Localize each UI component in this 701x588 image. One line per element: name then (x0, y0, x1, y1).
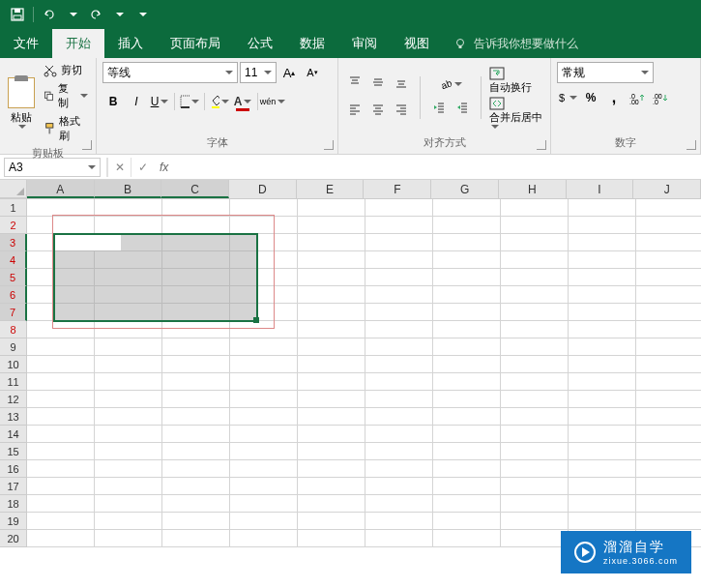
cell-J12[interactable] (636, 391, 701, 408)
cell-A8[interactable] (27, 321, 95, 338)
cell-I12[interactable] (569, 391, 636, 408)
cell-E4[interactable] (298, 251, 365, 269)
cell-B18[interactable] (95, 495, 162, 513)
cell-G14[interactable] (433, 426, 501, 443)
col-header-H[interactable]: H (499, 180, 567, 198)
cell-H4[interactable] (501, 251, 569, 269)
cell-C14[interactable] (162, 426, 230, 443)
row-header-6[interactable]: 6 (0, 286, 27, 304)
cell-E14[interactable] (298, 426, 365, 443)
cell-I5[interactable] (569, 269, 636, 286)
cell-I3[interactable] (569, 234, 636, 251)
cell-A11[interactable] (27, 373, 95, 391)
undo-icon[interactable] (40, 5, 59, 24)
cell-E1[interactable] (298, 199, 365, 217)
cell-B12[interactable] (95, 391, 162, 408)
row-header-10[interactable]: 10 (0, 356, 27, 373)
cell-C12[interactable] (162, 391, 230, 408)
row-header-5[interactable]: 5 (0, 269, 27, 286)
align-right-button[interactable] (391, 99, 412, 120)
redo-icon[interactable] (86, 5, 105, 24)
row-header-4[interactable]: 4 (0, 251, 27, 269)
percent-button[interactable]: % (580, 87, 601, 108)
cell-H7[interactable] (501, 304, 569, 321)
cell-B19[interactable] (95, 513, 162, 530)
col-header-G[interactable]: G (431, 180, 499, 198)
cell-G9[interactable] (433, 338, 501, 356)
paste-button[interactable]: 粘贴 (6, 77, 38, 129)
fill-color-button[interactable] (209, 91, 230, 112)
cell-F19[interactable] (365, 513, 433, 530)
cell-J7[interactable] (636, 304, 701, 321)
cell-D17[interactable] (230, 478, 298, 495)
cell-H8[interactable] (501, 321, 569, 338)
cell-I17[interactable] (569, 478, 636, 495)
cell-H19[interactable] (501, 513, 569, 530)
cell-C13[interactable] (162, 408, 230, 426)
italic-button[interactable]: I (126, 91, 147, 112)
cell-B15[interactable] (95, 443, 162, 460)
cell-F10[interactable] (365, 356, 433, 373)
increase-decimal-button[interactable]: .0.00 (627, 87, 648, 108)
tab-data[interactable]: 数据 (286, 29, 338, 58)
cell-B8[interactable] (95, 321, 162, 338)
cell-G12[interactable] (433, 391, 501, 408)
cell-G13[interactable] (433, 408, 501, 426)
cell-F9[interactable] (365, 338, 433, 356)
select-all-corner[interactable] (0, 180, 27, 198)
cell-D20[interactable] (230, 530, 298, 547)
row-header-16[interactable]: 16 (0, 460, 27, 478)
row-header-18[interactable]: 18 (0, 495, 27, 513)
undo-dropdown-icon[interactable] (63, 5, 82, 24)
cell-D14[interactable] (230, 426, 298, 443)
cell-E2[interactable] (298, 217, 365, 234)
font-launcher-icon[interactable] (324, 140, 334, 150)
cell-A10[interactable] (27, 356, 95, 373)
cell-B2[interactable] (95, 217, 162, 234)
row-header-20[interactable]: 20 (0, 530, 27, 547)
cell-J11[interactable] (636, 373, 701, 391)
cell-H9[interactable] (501, 338, 569, 356)
cell-F18[interactable] (365, 495, 433, 513)
cell-I1[interactable] (569, 199, 636, 217)
cell-B11[interactable] (95, 373, 162, 391)
font-name-select[interactable]: 等线 (102, 62, 238, 83)
tab-view[interactable]: 视图 (391, 29, 443, 58)
row-header-2[interactable]: 2 (0, 217, 27, 234)
cell-J17[interactable] (636, 478, 701, 495)
clipboard-launcher-icon[interactable] (82, 140, 92, 150)
cell-H5[interactable] (501, 269, 569, 286)
cell-F5[interactable] (365, 269, 433, 286)
cell-E8[interactable] (298, 321, 365, 338)
bold-button[interactable]: B (102, 91, 124, 112)
cell-I15[interactable] (569, 443, 636, 460)
cell-G5[interactable] (433, 269, 501, 286)
decrease-font-button[interactable]: A▾ (302, 62, 323, 83)
tab-formula[interactable]: 公式 (234, 29, 286, 58)
cell-H3[interactable] (501, 234, 569, 251)
cell-E7[interactable] (298, 304, 365, 321)
cell-F13[interactable] (365, 408, 433, 426)
tab-home[interactable]: 开始 (52, 29, 104, 58)
cell-H2[interactable] (501, 217, 569, 234)
cell-F20[interactable] (365, 530, 433, 547)
cell-G6[interactable] (433, 286, 501, 304)
copy-button[interactable]: 复制 (42, 80, 90, 111)
cell-F16[interactable] (365, 460, 433, 478)
cell-I18[interactable] (569, 495, 636, 513)
save-icon[interactable] (8, 5, 27, 24)
row-header-8[interactable]: 8 (0, 321, 27, 338)
cell-B17[interactable] (95, 478, 162, 495)
cell-H16[interactable] (501, 460, 569, 478)
cell-B13[interactable] (95, 408, 162, 426)
cell-J8[interactable] (636, 321, 701, 338)
cell-E10[interactable] (298, 356, 365, 373)
number-format-select[interactable]: 常规 (557, 62, 654, 83)
cut-button[interactable]: 剪切 (42, 62, 90, 78)
cell-J15[interactable] (636, 443, 701, 460)
cell-F17[interactable] (365, 478, 433, 495)
col-header-D[interactable]: D (229, 180, 297, 198)
cell-B10[interactable] (95, 356, 162, 373)
cell-G15[interactable] (433, 443, 501, 460)
cell-I7[interactable] (569, 304, 636, 321)
